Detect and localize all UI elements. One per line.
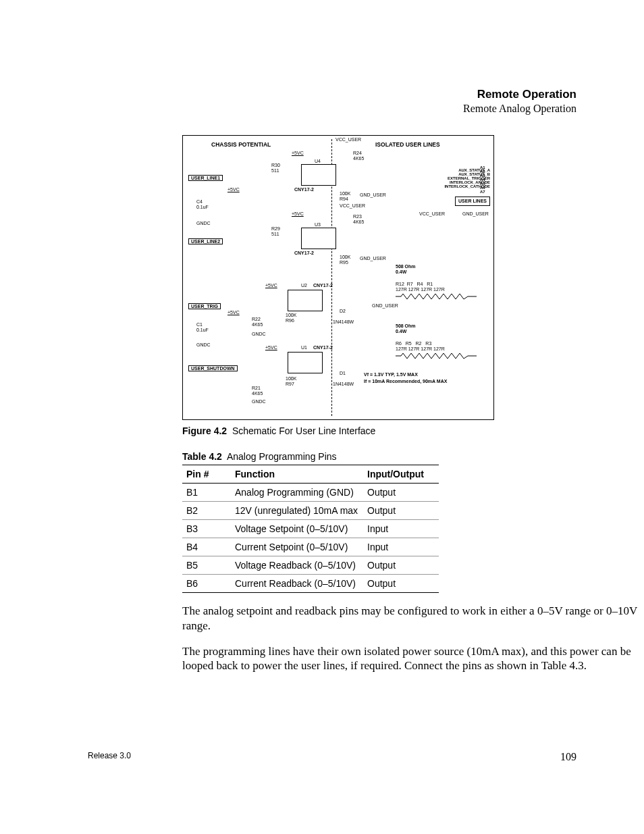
figure-caption: Figure 4.2 Schematic For User Line Inter… [182,425,576,436]
analog-programming-pins-table: Pin # Function Input/Output B1 Analog Pr… [182,465,439,593]
table-row: B1 Analog Programming (GND) Output [182,484,439,502]
label-isolated-user-lines: ISOLATED USER LINES [375,141,440,148]
table-row: B2 12V (unregulated) 10mA max Output [182,502,439,520]
table-row: B6 Current Readback (0–5/10V) Output [182,575,439,593]
table-row: B3 Voltage Setpoint (0–5/10V) Input [182,520,439,538]
schematic-figure: CHASSIS POTENTIAL ISOLATED USER LINES VC… [182,135,494,420]
paragraph-2: The programming lines have their own iso… [182,644,644,674]
col-function: Function [231,465,363,484]
table-row: B4 Current Setpoint (0–5/10V) Input [182,538,439,556]
col-io: Input/Output [363,465,439,484]
table-caption: Table 4.2 Analog Programming Pins [182,451,576,462]
paragraph-1: The analog setpoint and readback pins ma… [182,604,644,633]
col-pin: Pin # [182,465,231,484]
page-footer: Release 3.0 109 [88,751,576,763]
header-title: Remote Operation [88,88,576,101]
page-header: Remote Operation Remote Analog Operation [88,88,576,115]
header-subtitle: Remote Analog Operation [88,103,576,115]
label-vcc-user: VCC_USER [336,137,361,142]
label-chassis-potential: CHASSIS POTENTIAL [211,141,271,148]
table-header-row: Pin # Function Input/Output [182,465,439,484]
table-row: B5 Voltage Readback (0–5/10V) Output [182,556,439,575]
footer-release: Release 3.0 [88,751,131,760]
footer-page-number: 109 [560,751,576,763]
